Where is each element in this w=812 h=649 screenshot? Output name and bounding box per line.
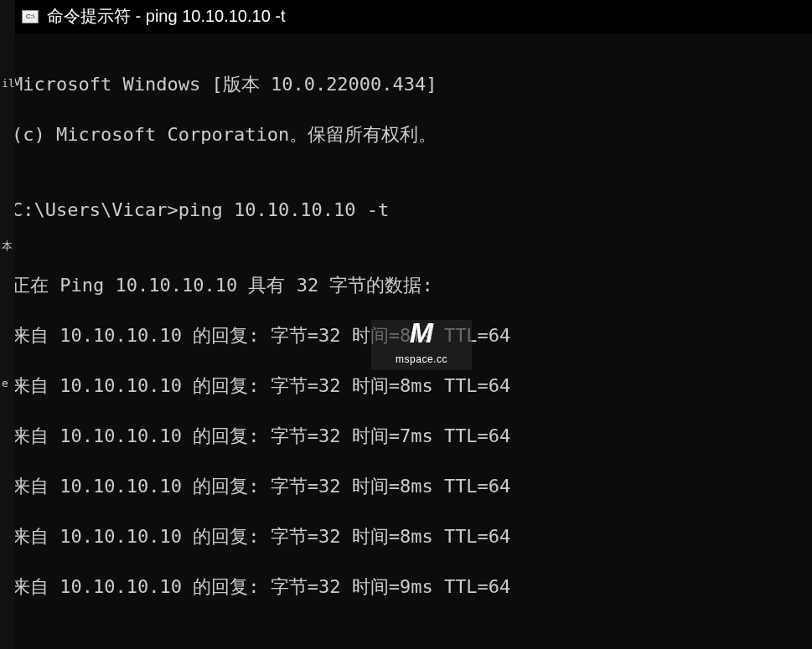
terminal-area[interactable]: Microsoft Windows [版本 10.0.22000.434] (c… [15, 33, 812, 649]
terminal-line-reply: 来自 10.10.10.10 的回复: 字节=32 时间=9ms TTL=64 [15, 574, 812, 600]
cmd-window: 命令提示符 - ping 10.10.10.10 -t Microsoft Wi… [15, 0, 812, 649]
background-edge: il 本 e [0, 0, 15, 649]
terminal-line-prompt: C:\Users\Vicar>ping 10.10.10.10 -t [15, 198, 812, 223]
edge-text-fragment: il [2, 77, 15, 90]
window-title: 命令提示符 - ping 10.10.10.10 -t [47, 5, 286, 28]
titlebar[interactable]: 命令提示符 - ping 10.10.10.10 -t [15, 0, 812, 33]
cmd-icon [22, 10, 39, 23]
terminal-line-version: Microsoft Windows [版本 10.0.22000.434] [15, 72, 812, 97]
terminal-line-reply: 来自 10.10.10.10 的回复: 字节=32 时间=8ms TTL=64 [15, 373, 812, 399]
terminal-line-ping-header: 正在 Ping 10.10.10.10 具有 32 字节的数据: [15, 273, 812, 298]
terminal-line-reply: 来自 10.10.10.10 的回复: 字节=32 时间=8ms TTL=64 [15, 524, 812, 549]
edge-text-fragment: e [2, 377, 8, 389]
watermark-text: mspace.cc [396, 347, 447, 372]
terminal-line-reply: 来自 10.10.10.10 的回复: 字节=32 时间=8ms TTL=64 [15, 474, 812, 499]
edge-text-fragment: 本 [2, 239, 13, 254]
terminal-line-copyright: (c) Microsoft Corporation。保留所有权利。 [15, 122, 812, 147]
terminal-line-reply: 来自 10.10.10.10 的回复: 字节=32 时间=7ms TTL=64 [15, 424, 812, 449]
terminal-line-reply: 来自 10.10.10.10 的回复: 字节=32 时间=8ms TTL=64 [15, 323, 812, 348]
